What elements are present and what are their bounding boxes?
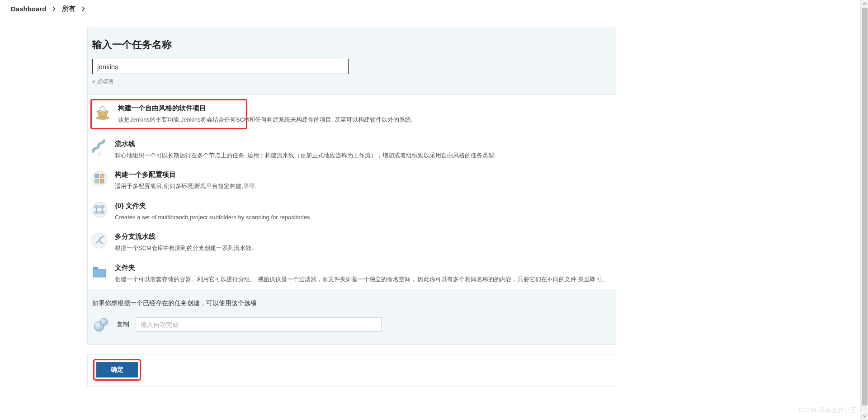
svg-point-18	[100, 318, 108, 326]
copy-icon	[92, 316, 110, 334]
list-item-desc: 根据一个SCM仓库中检测到的分支创建一系列流水线.	[115, 244, 613, 253]
name-panel: 输入一个任务名称 » 必填项	[87, 28, 616, 95]
list-item-title: 多分支流水线	[115, 232, 613, 241]
copy-from-input[interactable]	[136, 317, 382, 332]
list-item-title: 流水线	[115, 140, 613, 148]
list-item-pipeline[interactable]: 流水线 精心地组织一个可以长期运行在多个节点上的任务. 适用于构建流水线（更加正…	[88, 134, 616, 165]
list-item-multiconfig[interactable]: 构建一个多配置项目 适用于多配置项目,例如多环境测试,平台指定构建,等等.	[88, 165, 616, 196]
list-item-desc: Creates a set of multibranch project sub…	[115, 213, 613, 222]
svg-point-8	[92, 202, 107, 217]
list-item-multibranch-pipeline[interactable]: 多分支流水线 根据一个SCM仓库中检测到的分支创建一系列流水线.	[88, 227, 616, 258]
svg-rect-4	[95, 174, 99, 178]
copy-label: 复制	[117, 321, 129, 329]
breadcrumb-all[interactable]: 所有	[62, 5, 75, 13]
svg-rect-5	[100, 174, 104, 178]
chevron-right-icon[interactable]	[82, 6, 85, 11]
list-item-freestyle[interactable]: 构建一个自由风格的软件项目 这是Jenkins的主要功能.Jenkins将会结合…	[88, 95, 616, 134]
heading-enter-item-name: 输入一个任务名称	[92, 38, 611, 52]
svg-rect-6	[95, 179, 99, 183]
scrollbar-thumb[interactable]	[862, 8, 868, 406]
svg-rect-12	[100, 211, 104, 214]
svg-point-14	[94, 243, 97, 245]
list-item-desc: 适用于多配置项目,例如多环境测试,平台指定构建,等等.	[115, 182, 613, 191]
item-name-input[interactable]	[92, 59, 349, 74]
freestyle-icon	[94, 103, 112, 121]
pipeline-icon	[90, 139, 108, 157]
breadcrumb: Dashboard 所有	[0, 0, 868, 19]
list-item-title: 构建一个自由风格的软件项目	[118, 104, 413, 113]
copy-message: 如果你想根据一个已经存在的任务创建，可以使用这个选项	[92, 299, 611, 307]
list-item-desc: 创建一个可以嵌套存储的容器。利用它可以进行分组。 视图仅仅是一个过滤器，而文件夹…	[115, 275, 613, 284]
svg-point-15	[102, 244, 104, 246]
svg-rect-16	[93, 267, 98, 269]
list-item-folder-scan[interactable]: {0} 文件夹 Creates a set of multibranch pro…	[88, 196, 616, 227]
svg-point-2	[98, 152, 101, 156]
required-hint: » 必填项	[92, 78, 611, 85]
multiconfig-icon	[90, 170, 108, 188]
footer: 确定	[87, 354, 616, 387]
breadcrumb-dashboard[interactable]: Dashboard	[11, 5, 46, 13]
list-item-desc: 精心地组织一个可以长期运行在多个节点上的任务. 适用于构建流水线（更加正式地应当…	[115, 151, 613, 160]
watermark: CSDN @掉发的小王	[798, 406, 856, 415]
svg-rect-7	[100, 179, 104, 183]
list-item-title: {0} 文件夹	[115, 202, 613, 210]
list-item-title: 构建一个多配置项目	[115, 170, 613, 179]
folder-icon	[90, 263, 108, 281]
vertical-scrollbar[interactable]	[860, 0, 868, 420]
scroll-down-icon[interactable]	[861, 412, 868, 420]
list-item-folder[interactable]: 文件夹 创建一个可以嵌套存储的容器。利用它可以进行分组。 视图仅仅是一个过滤器，…	[88, 258, 616, 289]
svg-rect-9	[94, 205, 99, 208]
scroll-up-icon[interactable]	[861, 0, 868, 8]
repo-scan-icon	[90, 201, 108, 219]
copy-panel: 如果你想根据一个已经存在的任务创建，可以使用这个选项 复制	[87, 289, 616, 345]
ok-button[interactable]: 确定	[96, 362, 138, 378]
svg-point-3	[92, 171, 107, 186]
svg-rect-10	[100, 205, 104, 208]
list-item-title: 文件夹	[115, 264, 613, 272]
svg-rect-11	[94, 211, 99, 214]
chevron-right-icon[interactable]	[52, 6, 56, 11]
svg-point-1	[100, 106, 105, 112]
item-type-list: 构建一个自由风格的软件项目 这是Jenkins的主要功能.Jenkins将会结合…	[87, 95, 616, 289]
multibranch-icon	[90, 231, 108, 250]
list-item-desc: 这是Jenkins的主要功能.Jenkins将会结合任何SCM和任何构建系统来构…	[118, 115, 413, 124]
